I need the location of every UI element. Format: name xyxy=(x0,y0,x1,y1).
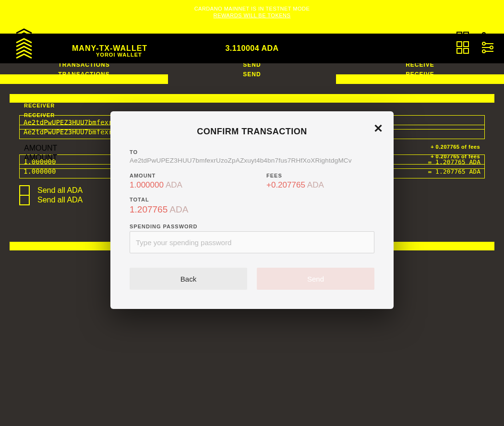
modal-overlay: ✕ CONFIRM TRANSACTION TO Ae2tdPwUPEZ3HUU… xyxy=(0,0,504,426)
amount-block: AMOUNT 1.000000ADA xyxy=(130,173,238,190)
spending-password-input[interactable] xyxy=(130,231,374,253)
total-number: 1.207765 xyxy=(130,204,168,214)
currency-label: ADA xyxy=(307,180,324,189)
currency-label: ADA xyxy=(166,180,182,189)
dialog-title: CONFIRM TRANSACTION xyxy=(130,127,374,137)
fees-number: +0.207765 xyxy=(266,180,305,189)
to-label: TO xyxy=(130,149,374,155)
send-button[interactable]: Send xyxy=(257,268,374,290)
amount-label: AMOUNT xyxy=(130,173,238,178)
fees-block: FEES +0.207765ADA xyxy=(266,173,374,190)
confirm-transaction-dialog: ✕ CONFIRM TRANSACTION TO Ae2tdPwUPEZ3HUU… xyxy=(110,111,394,309)
password-block: SPENDING PASSWORD xyxy=(130,224,374,253)
total-label: TOTAL xyxy=(130,197,374,202)
close-icon[interactable]: ✕ xyxy=(373,122,383,135)
amount-number: 1.000000 xyxy=(130,180,164,189)
amount-value: 1.000000ADA xyxy=(130,180,238,190)
fees-value: +0.207765ADA xyxy=(266,180,374,190)
total-block: TOTAL 1.207765ADA xyxy=(130,197,374,215)
total-value: 1.207765ADA xyxy=(130,204,374,215)
password-label: SPENDING PASSWORD xyxy=(130,224,374,229)
back-button[interactable]: Back xyxy=(130,268,247,290)
currency-label: ADA xyxy=(169,204,188,214)
to-address: Ae2tdPwUPEZ3HUU7bmfexrUzoZpAZxuyt4b4bn7f… xyxy=(130,157,374,164)
fees-label: FEES xyxy=(266,173,374,178)
